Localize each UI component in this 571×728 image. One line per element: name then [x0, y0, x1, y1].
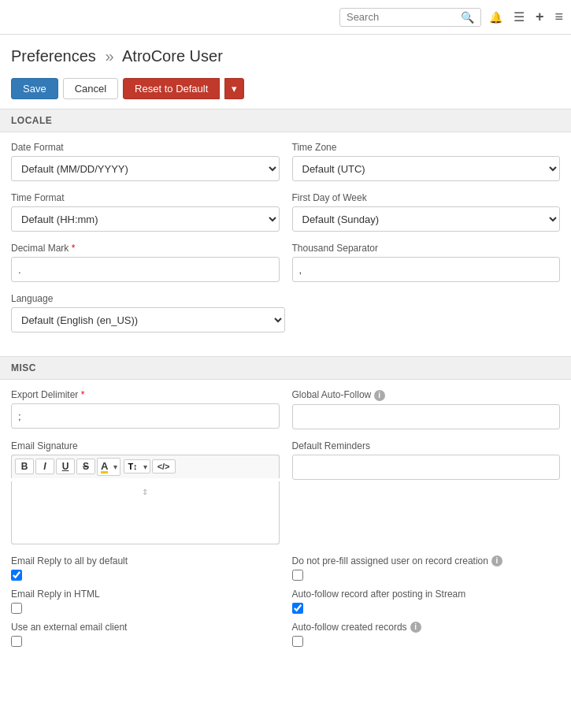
use-external-email-label: Use an external email client — [11, 622, 280, 633]
language-select[interactable]: Default (English (en_US)) English (en_US… — [11, 307, 285, 332]
checkbox-row-2: Email Reply in HTML Auto-follow record a… — [11, 589, 560, 614]
global-autofollow-input[interactable] — [292, 404, 561, 429]
hamburger-icon[interactable] — [554, 9, 563, 25]
thousand-separator-group: Thousand Separator — [292, 243, 561, 282]
time-format-select[interactable]: Default (HH:mm) HH:mm hh:mm A — [11, 206, 280, 232]
global-autofollow-label: Global Auto-Follow i — [292, 389, 561, 401]
export-autofollow-row: Export Delimiter * Global Auto-Follow i — [11, 389, 560, 429]
auto-follow-stream-checkbox[interactable] — [292, 603, 303, 614]
time-zone-group: Time Zone Default (UTC) UTC America/New_… — [292, 142, 561, 181]
thousand-separator-label: Thousand Separator — [292, 243, 561, 254]
global-autofollow-group: Global Auto-Follow i — [292, 389, 561, 429]
decimal-mark-input[interactable] — [11, 257, 280, 282]
reset-to-default-button[interactable]: Reset to Default — [123, 78, 220, 99]
editor-toolbar: B I U S A ▾ T↕ ▾ </> — [11, 455, 280, 478]
default-reminders-label: Default Reminders — [292, 440, 561, 451]
auto-follow-created-label: Auto-follow created records i — [292, 622, 561, 633]
title-separator: » — [105, 47, 113, 65]
checkbox-row-1: Email Reply to all by default Do not pre… — [11, 555, 560, 581]
editor-color-button[interactable]: A — [98, 459, 111, 475]
export-required-star: * — [81, 389, 85, 400]
time-firstday-row: Time Format Default (HH:mm) HH:mm hh:mm … — [11, 192, 560, 232]
auto-follow-stream-group: Auto-follow record after posting in Stre… — [292, 589, 561, 614]
auto-follow-created-checkbox[interactable] — [292, 636, 303, 647]
save-button[interactable]: Save — [11, 78, 58, 99]
search-input[interactable] — [347, 11, 461, 23]
editor-strikethrough-button[interactable]: S — [76, 459, 95, 474]
language-row: Language Default (English (en_US)) Engli… — [11, 293, 560, 332]
title-prefix: Preferences — [11, 47, 96, 65]
email-signature-group: Email Signature B I U S A ▾ T↕ ▾ </> — [11, 440, 280, 544]
bell-icon[interactable] — [489, 10, 502, 24]
cancel-button[interactable]: Cancel — [63, 78, 118, 99]
editor-html-button[interactable]: </> — [152, 459, 176, 474]
email-reply-all-checkbox[interactable] — [11, 570, 22, 581]
first-day-select[interactable]: Default (Sunday) Sunday Monday — [292, 206, 561, 232]
decimal-thousand-row: Decimal Mark * Thousand Separator — [11, 243, 560, 282]
do-not-prefill-group: Do not pre-fill assigned user on record … — [292, 555, 561, 581]
misc-section-header: MISC — [0, 356, 571, 380]
first-day-label: First Day of Week — [292, 192, 561, 203]
editor-color-group: A ▾ — [97, 458, 121, 476]
editor-italic-button[interactable]: I — [35, 459, 54, 474]
editor-textsize-button[interactable]: T↕ — [124, 460, 140, 473]
email-sig-reminders-row: Email Signature B I U S A ▾ T↕ ▾ </> — [11, 440, 560, 544]
date-format-group: Date Format Default (MM/DD/YYYY) MM/DD/Y… — [11, 142, 280, 181]
decimal-mark-label: Decimal Mark * — [11, 243, 280, 254]
editor-textsize-group: T↕ ▾ — [124, 459, 150, 474]
page-title: Preferences » AtroCore User — [0, 35, 571, 73]
export-delimiter-group: Export Delimiter * — [11, 389, 280, 429]
export-delimiter-label: Export Delimiter * — [11, 389, 280, 400]
time-zone-label: Time Zone — [292, 142, 561, 153]
color-a-label: A — [101, 461, 108, 474]
email-reply-all-group: Email Reply to all by default — [11, 555, 280, 581]
do-not-prefill-label: Do not pre-fill assigned user on record … — [292, 555, 561, 566]
date-format-select[interactable]: Default (MM/DD/YYYY) MM/DD/YYYY DD/MM/YY… — [11, 156, 280, 181]
plus-icon[interactable] — [536, 9, 544, 25]
search-box[interactable] — [339, 8, 481, 27]
global-autofollow-info-icon[interactable]: i — [374, 390, 385, 401]
locale-form: Date Format Default (MM/DD/YYYY) MM/DD/Y… — [0, 132, 571, 356]
list-icon[interactable] — [514, 9, 525, 24]
editor-underline-button[interactable]: U — [56, 459, 75, 474]
title-suffix: AtroCore User — [122, 47, 223, 65]
misc-form: Export Delimiter * Global Auto-Follow i … — [0, 380, 571, 667]
email-signature-label: Email Signature — [11, 440, 280, 451]
language-label: Language — [11, 293, 285, 304]
use-external-email-checkbox[interactable] — [11, 636, 22, 647]
thousand-separator-input[interactable] — [292, 257, 561, 282]
first-day-group: First Day of Week Default (Sunday) Sunda… — [292, 192, 561, 232]
email-reply-html-label: Email Reply in HTML — [11, 589, 280, 600]
editor-body[interactable]: ⇕ — [11, 481, 280, 544]
auto-follow-created-info-icon[interactable]: i — [410, 622, 421, 633]
default-reminders-input[interactable] — [292, 455, 561, 480]
do-not-prefill-info-icon[interactable]: i — [491, 555, 502, 566]
email-reply-html-group: Email Reply in HTML — [11, 589, 280, 614]
editor-resize-handle[interactable]: ⇕ — [17, 486, 274, 498]
locale-section-header: LOCALE — [0, 109, 571, 132]
editor-textsize-caret[interactable]: ▾ — [141, 461, 150, 473]
toolbar: Save Cancel Reset to Default ▾ — [0, 73, 571, 109]
reset-to-default-caret[interactable]: ▾ — [224, 78, 244, 99]
time-format-group: Time Format Default (HH:mm) HH:mm hh:mm … — [11, 192, 280, 232]
export-delimiter-input[interactable] — [11, 403, 280, 429]
use-external-email-group: Use an external email client — [11, 622, 280, 647]
time-format-label: Time Format — [11, 192, 280, 203]
email-reply-all-label: Email Reply to all by default — [11, 555, 280, 566]
time-zone-select[interactable]: Default (UTC) UTC America/New_York Ameri… — [292, 156, 561, 181]
auto-follow-created-group: Auto-follow created records i — [292, 622, 561, 647]
editor-color-caret[interactable]: ▾ — [111, 461, 120, 473]
checkbox-row-3: Use an external email client Auto-follow… — [11, 622, 560, 647]
decimal-required-star: * — [72, 243, 76, 254]
date-format-label: Date Format — [11, 142, 280, 153]
default-reminders-group: Default Reminders — [292, 440, 561, 544]
search-icon — [461, 11, 474, 24]
do-not-prefill-checkbox[interactable] — [292, 570, 303, 581]
date-timezone-row: Date Format Default (MM/DD/YYYY) MM/DD/Y… — [11, 142, 560, 181]
top-nav — [0, 0, 571, 35]
language-group: Language Default (English (en_US)) Engli… — [11, 293, 285, 332]
nav-icons — [489, 9, 563, 25]
decimal-mark-group: Decimal Mark * — [11, 243, 280, 282]
editor-bold-button[interactable]: B — [15, 459, 34, 474]
email-reply-html-checkbox[interactable] — [11, 603, 22, 614]
